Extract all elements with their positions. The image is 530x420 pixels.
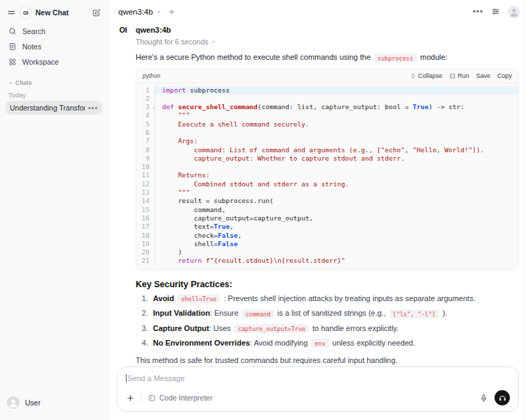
chat-title: Understanding Transformer St (10, 104, 85, 112)
text-caret (126, 374, 127, 382)
sidebar-toggle-icon[interactable] (7, 8, 16, 17)
sidebar-item-workspace[interactable]: Workspace (6, 54, 102, 70)
line-number: 6 (136, 129, 155, 137)
code-text: Args: (155, 137, 518, 145)
run-button[interactable]: Run (449, 72, 469, 79)
model-name: qwen3:4b (118, 8, 153, 16)
thought-label: Thought for 6 seconds (136, 38, 208, 46)
code-line: 20 ) (136, 248, 518, 257)
controls-icon[interactable] (491, 7, 500, 16)
chat-list-item-selected[interactable]: Understanding Transformer St ••• (6, 101, 102, 115)
code-text: shell=False (155, 240, 518, 248)
message-input[interactable]: Send a Message (126, 373, 510, 383)
code-text: return f"{result.stdout}\n{result.stderr… (155, 257, 518, 265)
user-menu[interactable]: User (6, 394, 102, 412)
code-text: Execute a shell command securely. (155, 120, 518, 129)
message-composer[interactable]: Send a Message Code Interpreter (117, 366, 519, 412)
code-line: 18 check=False, (136, 232, 518, 240)
copy-button[interactable]: Copy (497, 72, 512, 79)
code-line: 21 return f"{result.stdout}\n{result.std… (136, 257, 518, 265)
code-line: 13 """ (136, 188, 518, 197)
voice-call-button[interactable] (495, 390, 510, 405)
sidebar-item-label: Notes (22, 42, 41, 51)
list-item-text: Capture Output: Uses capture_output=True… (153, 323, 399, 334)
chat-item-menu-icon[interactable]: ••• (88, 105, 98, 111)
text: : Ensure (210, 309, 241, 317)
code-interpreter-toggle[interactable]: Code Interpreter (148, 394, 212, 402)
run-icon (449, 73, 456, 79)
new-chat-label[interactable]: New Chat (35, 8, 69, 17)
attach-plus-icon[interactable] (126, 394, 135, 403)
profile-avatar[interactable] (508, 6, 520, 18)
new-chat-icon[interactable] (92, 8, 101, 17)
app-window: OI New Chat Search Notes Workspace (0, 0, 530, 420)
code-text (155, 163, 518, 171)
text: Here's a secure Python method to execute… (136, 53, 373, 61)
code-line: 3⌄def secure_shell_command(command: list… (136, 103, 518, 111)
practices-list: 1.Avoid shell=True : Prevents shell inje… (136, 293, 519, 349)
chat-date-group: Today (6, 88, 102, 101)
code-line: 2 (136, 95, 518, 103)
code-line: 15 command, (136, 206, 518, 214)
user-name: User (25, 398, 40, 407)
line-number: 20 (136, 248, 155, 257)
model-avatar: OI (115, 24, 131, 366)
top-bar: qwen3:4b ••• (109, 0, 530, 19)
bold-text: Input Validation (153, 309, 210, 317)
save-button[interactable]: Save (476, 72, 490, 79)
closing-paragraph: This method is safe for trusted commands… (136, 356, 519, 364)
code-line: 14 result = subprocess.run( (136, 197, 518, 205)
collapse-button[interactable]: Collapse (410, 72, 442, 79)
mic-icon[interactable] (479, 394, 488, 403)
code-line: 12 Combined stdout and stderr as a strin… (136, 180, 518, 188)
code-line: 16 capture_output=capture_output, (136, 214, 518, 223)
more-options-icon[interactable]: ••• (472, 7, 483, 17)
inline-code: capture_output=True (234, 324, 309, 333)
line-number: 19 (136, 240, 155, 248)
input-placeholder: Send a Message (127, 374, 185, 382)
line-number: 12 (136, 180, 155, 188)
code-line: 17 text=True, (136, 223, 518, 231)
fold-chevron-icon[interactable]: ⌄ (152, 102, 155, 111)
text: is a list of sanitized strings (e.g., (275, 309, 388, 317)
chevron-down-icon (211, 39, 216, 45)
sidebar-item-search[interactable]: Search (6, 24, 102, 39)
collapse-icon (410, 73, 416, 79)
code-line: 11 Returns: (136, 171, 518, 179)
text: : Avoid modifying (250, 339, 310, 347)
line-number: 9 (136, 154, 155, 163)
code-line: 10 (136, 163, 518, 171)
code-language-label: python (143, 72, 161, 79)
line-number: 16 (136, 214, 155, 223)
thought-toggle[interactable]: Thought for 6 seconds (136, 38, 519, 46)
code-lines[interactable]: 1import subprocess2 3⌄def secure_shell_c… (136, 83, 518, 270)
text: ). (440, 309, 447, 317)
chat-messages: OI qwen3:4b Thought for 6 seconds Here's… (109, 19, 530, 366)
bold-text: Avoid (153, 294, 174, 302)
code-text: Combined stdout and stderr as a string. (155, 180, 518, 188)
code-text: command: List of command and arguments (… (155, 146, 518, 154)
inline-code: command (242, 309, 274, 318)
inline-code: env (311, 339, 328, 348)
sidebar-item-label: Workspace (22, 58, 58, 66)
code-text: result = subprocess.run( (155, 197, 518, 205)
code-text: """ (155, 111, 518, 120)
line-number: 10 (136, 163, 155, 171)
headphones-icon (498, 394, 507, 403)
list-item-text: No Environment Overrides: Avoid modifyin… (153, 338, 415, 348)
chats-section-header[interactable]: Chats (6, 78, 102, 88)
code-text: import subprocess (155, 86, 518, 95)
code-interpreter-icon (148, 394, 156, 402)
sidebar-item-notes[interactable]: Notes (6, 39, 102, 54)
inline-code: shell=True (177, 294, 220, 303)
list-item: 2.Input Validation: Ensure command is a … (136, 308, 519, 318)
code-text: check=False, (155, 232, 518, 240)
sidebar-item-label: Search (22, 27, 45, 35)
code-line: 8 command: List of command and arguments… (136, 146, 518, 154)
openwebui-logo: OI (20, 7, 31, 18)
model-selector[interactable]: qwen3:4b (118, 8, 161, 16)
list-item-text: Avoid shell=True : Prevents shell inject… (153, 293, 475, 304)
scrollbar-track[interactable] (524, 0, 524, 420)
add-model-icon[interactable] (168, 8, 175, 15)
line-number: 8 (136, 146, 155, 154)
